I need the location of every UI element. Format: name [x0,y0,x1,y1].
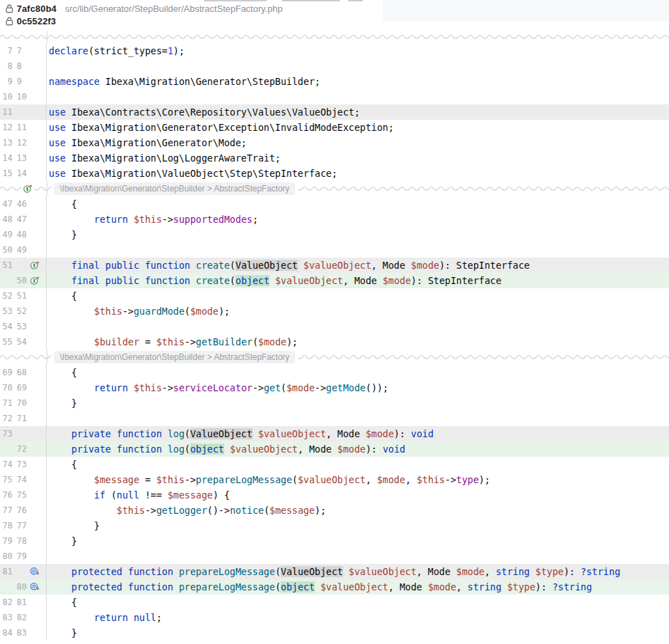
line-number-gutter: 88 [0,58,47,74]
collapsed-region-separator[interactable] [0,31,669,43]
new-line-number: 9 [17,74,29,89]
code-line[interactable]: final public function create(ValueObject… [47,258,530,273]
code-token: ( [264,505,269,516]
code-token: { [49,198,77,210]
code-line[interactable]: use Ibexa\Migration\Log\LoggerAwareTrait… [47,150,281,166]
code-line[interactable]: use Ibexa\Migration\ValueObject\Step\Ste… [47,166,338,181]
code-line[interactable]: private function log(object $valueObject… [47,441,405,457]
old-line-number: 83 [1,610,13,625]
code-line[interactable]: protected function prepareLogMessage(obj… [47,579,592,595]
diff-row: 1312use Ibexa\Migration\Generator\Mode; [0,135,669,150]
code-line[interactable]: use Ibexa\Migration\Generator\Exception\… [47,120,394,135]
code-token: $message [94,474,139,485]
diff-row-removed: 51I final public function create(ValueOb… [0,258,669,273]
code-line[interactable]: { [47,365,77,380]
code-line[interactable] [47,549,49,564]
line-number-gutter: 5453 [0,319,47,334]
diff-row: 7271 [0,411,669,426]
code-line[interactable] [47,319,49,334]
code-token: -> [184,474,196,485]
code-line[interactable]: $this->guardMode($mode); [47,304,230,319]
code-line[interactable]: final public function create(object $val… [47,273,501,288]
code-token: -> [184,336,196,347]
code-token: $mode [411,260,439,271]
implement-gutter-icon[interactable]: I [30,276,40,285]
code-token: $this [156,336,184,347]
implement-gutter-icon[interactable]: I [22,184,34,194]
line-number-gutter: 81 [0,564,47,579]
code-token: Ibexa\Migration\Log\LoggerAwareTrait; [72,152,281,164]
old-line-number: 13 [1,135,13,150]
code-token [224,443,230,455]
code-line[interactable]: $this->getLogger()->notice($message); [47,503,326,518]
code-token: -> [123,306,134,317]
code-token: $mode [286,382,315,393]
diff-row: 8079 [0,549,669,564]
code-line[interactable]: { [47,595,77,610]
new-line-number: 75 [17,487,29,503]
code-line[interactable]: $message = $this->prepareLogMessage($val… [47,472,490,487]
code-token [49,505,117,516]
code-token: ): [564,566,581,577]
line-number-gutter: 7978 [0,533,47,549]
code-line[interactable]: use Ibexa\Contracts\Core\Repository\Valu… [47,104,360,120]
collapsed-region-breadcrumb: \Ibexa\Migration\Generator\StepBuilder >… [54,182,295,195]
code-line[interactable]: namespace Ibexa\Migration\Generator\Step… [47,74,320,89]
code-token: ): [535,581,552,592]
new-line-number: 74 [17,472,29,487]
code-token: , [485,566,496,577]
code-line[interactable]: protected function prepareLogMessage(Val… [47,564,620,579]
old-line-number: 10 [1,89,13,104]
code-line[interactable]: declare(strict_types=1); [47,43,184,58]
svg-text:I: I [33,262,36,269]
code-line[interactable]: } [47,625,77,641]
code-line[interactable]: return null; [47,610,162,625]
code-token: ): StepInterface [439,260,530,271]
overridden-gutter-icon[interactable] [30,567,40,576]
code-line[interactable]: use Ibexa\Migration\Generator\Mode; [47,135,246,150]
code-line[interactable] [47,242,49,258]
code-token: , Mode [371,260,411,271]
code-line[interactable] [47,411,49,426]
code-line[interactable]: return $this->supportedModes; [47,212,258,227]
code-line[interactable]: if (null !== $message) { [47,487,230,503]
line-number-gutter: 50I [0,273,47,288]
code-token: void [383,443,406,455]
code-line[interactable]: return $this->serviceLocator->get($mode-… [47,380,388,395]
old-line-number: 49 [1,227,13,242]
collapsed-region-separator[interactable]: I\Ibexa\Migration\Generator\StepBuilder … [0,181,669,196]
line-number-gutter: 1413 [0,150,47,166]
code-token: create [196,275,230,286]
old-line-number: 79 [1,533,13,549]
code-token: ?string [581,566,620,577]
implement-gutter-icon[interactable]: I [30,260,40,270]
old-line-number: 71 [1,395,13,411]
code-token: $this [416,474,445,485]
code-line[interactable]: } [47,533,77,549]
code-line[interactable]: { [47,196,77,212]
old-line-number: 8 [1,58,13,74]
code-line[interactable]: } [47,395,77,411]
code-token [49,306,94,317]
code-token [49,474,94,485]
overridden-gutter-icon[interactable] [30,582,40,592]
old-line-number: 72 [1,411,13,426]
code-token: ); [479,474,490,485]
code-line[interactable]: } [47,518,100,533]
new-line-number: 77 [17,518,29,533]
code-line[interactable]: private function log(ValueObject $valueO… [47,426,434,441]
code-line[interactable]: { [47,457,77,472]
code-token [49,214,94,225]
code-line[interactable]: $builder = $this->getBuilder($mode); [47,334,298,350]
code-token: $this [94,306,123,317]
code-line[interactable]: } [47,227,77,242]
code-token: getLogger [156,505,207,516]
diff-row-added: 80 protected function prepareLogMessage(… [0,579,669,595]
collapsed-region-separator[interactable]: \Ibexa\Migration\Generator\StepBuilder >… [0,350,669,365]
code-token: null [134,612,157,623]
old-line-number: 76 [1,487,13,503]
code-token: -> [445,474,456,485]
code-line[interactable] [47,89,49,104]
code-line[interactable]: { [47,288,77,304]
code-line[interactable] [47,58,49,74]
